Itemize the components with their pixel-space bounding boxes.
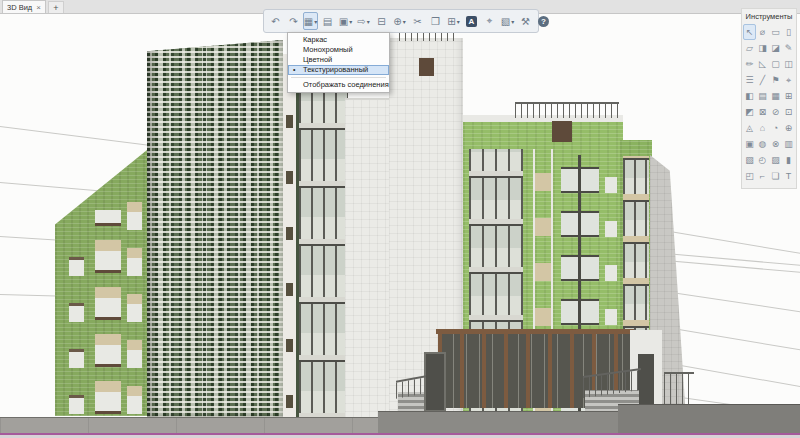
- menu-item-monochrome[interactable]: Монохромный: [288, 45, 389, 55]
- menu-item-textured[interactable]: •Текстурированный: [288, 65, 389, 75]
- wrench-icon: ⚒: [521, 16, 530, 27]
- open-button[interactable]: ▤: [319, 12, 336, 30]
- letter-a-icon: A: [466, 16, 477, 27]
- view-mode-button[interactable]: ▦▾: [303, 12, 318, 30]
- chevron-down-icon: ▾: [349, 18, 352, 25]
- help-button[interactable]: ?: [535, 12, 552, 30]
- tool-icon[interactable]: ▯: [782, 24, 795, 40]
- tool-icon[interactable]: ▣: [743, 136, 756, 152]
- tool-icon[interactable]: ▭: [769, 24, 782, 40]
- tool-icon[interactable]: ◰: [743, 168, 756, 184]
- tool-icon[interactable]: ◪: [769, 40, 782, 56]
- print-button[interactable]: ⊟: [373, 12, 390, 30]
- tool-icon[interactable]: ▨: [769, 152, 782, 168]
- view-mode-icon: ▦: [304, 16, 313, 27]
- menu-item-wireframe[interactable]: Каркас: [288, 35, 389, 45]
- tool-icon[interactable]: ☰: [743, 72, 756, 88]
- tool-icon[interactable]: ⊘: [769, 104, 782, 120]
- chevron-down-icon: ▾: [367, 18, 370, 25]
- tool-icon[interactable]: ◬: [743, 120, 756, 136]
- tool-icon[interactable]: ◧: [743, 88, 756, 104]
- crosshair-icon: ⌖: [487, 15, 493, 27]
- roof-access-box: [552, 121, 572, 142]
- copy-button[interactable]: ❐: [427, 12, 444, 30]
- tool-icon[interactable]: ◺: [756, 56, 769, 72]
- locate-button[interactable]: ⌖: [481, 12, 498, 30]
- tab-close-icon[interactable]: ×: [36, 3, 41, 12]
- tool-icon[interactable]: ◨: [756, 40, 769, 56]
- tool-icon[interactable]: ⊕: [782, 120, 795, 136]
- globe-icon: ⊕: [393, 16, 401, 27]
- chevron-down-icon: ▾: [511, 18, 514, 25]
- window-column: [69, 236, 84, 414]
- tool-icon[interactable]: ⚑: [769, 72, 782, 88]
- tool-icon[interactable]: ⌂: [756, 120, 769, 136]
- menu-item-show-connections[interactable]: Отображать соединения: [288, 80, 389, 90]
- chevron-down-icon: ▾: [403, 18, 406, 25]
- retaining-wall: [378, 411, 622, 434]
- redo-button[interactable]: ↷: [285, 12, 302, 30]
- tool-icon[interactable]: ⌖: [782, 72, 795, 88]
- entrance-door: [424, 352, 446, 412]
- web-publish-button[interactable]: ⊕▾: [391, 12, 408, 30]
- cut-button[interactable]: ✂: [409, 12, 426, 30]
- view-mode-menu: Каркас Монохромный Цветной •Текстурирова…: [287, 32, 390, 93]
- export-button[interactable]: ⇨▾: [355, 12, 372, 30]
- tool-icon[interactable]: ╱: [756, 72, 769, 88]
- clipboard-icon: ⊞: [447, 16, 455, 27]
- tool-icon[interactable]: ⊗: [769, 136, 782, 152]
- tool-icon[interactable]: ▢: [769, 56, 782, 72]
- tool-icon[interactable]: ✎: [782, 40, 795, 56]
- tool-icon[interactable]: ⊠: [756, 104, 769, 120]
- tool-icon[interactable]: ❏: [769, 168, 782, 184]
- tool-icon[interactable]: ⊞: [782, 88, 795, 104]
- tab-3d-view[interactable]: 3D Вид ×: [2, 0, 46, 13]
- undo-button[interactable]: ↶: [267, 12, 284, 30]
- scissors-icon: ✂: [413, 16, 421, 27]
- tool-icon[interactable]: ▱: [743, 40, 756, 56]
- tool-icon[interactable]: ◔: [769, 120, 782, 136]
- chevron-down-icon: ▾: [314, 18, 317, 25]
- save-button[interactable]: ▣▾: [337, 12, 354, 30]
- facade-mosaic-tower: [147, 40, 283, 418]
- window-column: [127, 196, 142, 414]
- model-view-button[interactable]: ▧▾: [499, 12, 516, 30]
- tool-icon[interactable]: ✏: [743, 56, 756, 72]
- add-tab-button[interactable]: +: [48, 1, 64, 13]
- tool-icon[interactable]: ▥: [782, 136, 795, 152]
- tool-icon[interactable]: ▧: [743, 152, 756, 168]
- retaining-wall: [618, 404, 800, 434]
- tool-icon[interactable]: ⊡: [782, 104, 795, 120]
- viewport-3d[interactable]: [0, 13, 800, 438]
- window-column: [95, 210, 121, 414]
- tool-icon[interactable]: ⌐: [756, 168, 769, 184]
- chevron-down-icon: ▾: [457, 18, 460, 25]
- tool-icon[interactable]: ▦: [769, 88, 782, 104]
- tool-icon[interactable]: ⌀: [756, 24, 769, 40]
- tool-icon[interactable]: ▤: [756, 88, 769, 104]
- export-icon: ⇨: [357, 16, 365, 27]
- roof-hatch-window: [419, 58, 434, 76]
- tool-icon[interactable]: ◩: [743, 104, 756, 120]
- tool-icon[interactable]: ◍: [756, 136, 769, 152]
- paste-button[interactable]: ⊞▾: [445, 12, 462, 30]
- tab-label: 3D Вид: [7, 3, 32, 12]
- menu-item-colored[interactable]: Цветной: [288, 55, 389, 65]
- text-tool-icon[interactable]: T: [782, 168, 795, 184]
- building-model: [0, 13, 800, 438]
- text-style-button[interactable]: A: [463, 12, 480, 30]
- tools-panel-title: Инструменты: [742, 9, 796, 23]
- redo-icon: ↷: [289, 16, 297, 27]
- printer-icon: ⊟: [377, 16, 385, 27]
- select-tool-icon[interactable]: ↖: [743, 24, 756, 40]
- roof-railing: [515, 102, 619, 118]
- settings-button[interactable]: ⚒: [517, 12, 534, 30]
- tool-icon[interactable]: ◴: [756, 152, 769, 168]
- copy-icon: ❐: [431, 16, 440, 27]
- tool-icon[interactable]: ◫: [782, 56, 795, 72]
- facade-left-green: [55, 150, 147, 416]
- selected-bullet-icon: •: [293, 65, 295, 75]
- save-icon: ▣: [339, 16, 348, 27]
- tool-icon[interactable]: ▮: [782, 152, 795, 168]
- pilaster-strip: [283, 54, 296, 418]
